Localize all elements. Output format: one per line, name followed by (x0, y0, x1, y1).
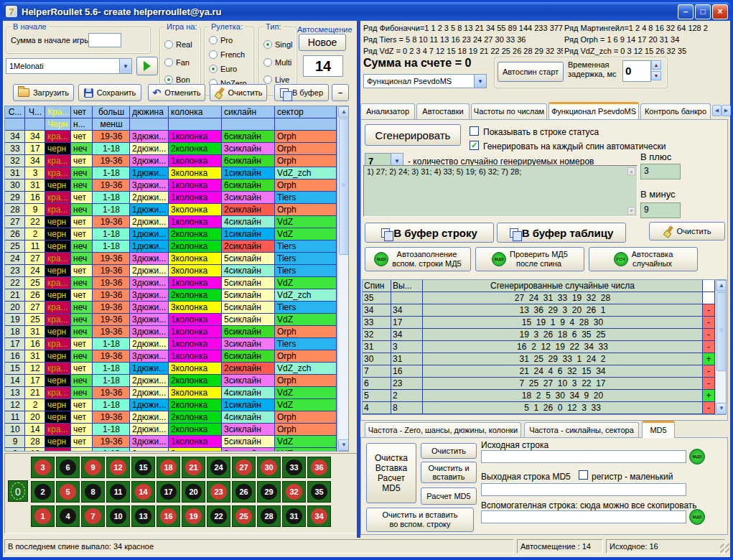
history-row[interactable]: 2511черннеч1-181дюжи...2колонка2сиклайнT… (5, 241, 348, 253)
history-row[interactable]: 818кра...чет1-182дюжи...3колонка3сиклайн… (5, 448, 348, 452)
board-cell-13[interactable]: 13 (131, 505, 155, 527)
maximize-button[interactable]: □ (695, 4, 711, 19)
toolbar-minus-button[interactable]: – (332, 84, 349, 101)
auto-generate-checkbox[interactable]: ✓ (470, 141, 479, 150)
chevron-down-icon[interactable]: ▼ (119, 59, 131, 73)
autospin-start-button[interactable]: Автоспин старт (498, 62, 564, 82)
spin-row[interactable]: 31316 2 12 19 22 34 33- (363, 341, 726, 353)
radio-icon[interactable] (164, 75, 173, 84)
history-row[interactable]: 289кра...неч1-181дюжи...3колонка2сиклайн… (5, 204, 348, 216)
board-cell-16[interactable]: 16 (157, 505, 180, 527)
toolbar-undo-button[interactable]: ↶Отменить (148, 84, 205, 101)
generated-preview[interactable]: 1) 27; 2) 24; 3) 31; 4) 33; 5) 19; 6) 32… (363, 165, 638, 217)
board-cell-21[interactable]: 21 (182, 457, 205, 478)
history-row[interactable]: 2126чернчет19-363дюжи...2колонка5сиклайн… (5, 289, 348, 302)
radio-option-Real[interactable]: Real (164, 40, 192, 49)
history-row[interactable]: 3234кра...чет19-363дюжи...1колонка6сикла… (5, 155, 348, 167)
functional-combo[interactable]: Функционал PsevdoMS ▼ (363, 74, 487, 88)
board-cell-26[interactable]: 26 (232, 481, 256, 503)
spin-row[interactable]: 5218 2 5 30 34 9 20+ (363, 390, 726, 402)
history-scrollbar[interactable]: ▲ ▼ (337, 106, 349, 451)
board-cell-7[interactable]: 7 (81, 505, 105, 527)
chevron-down-icon[interactable]: ▼ (474, 75, 486, 88)
clear-generated-button[interactable]: Очистить (649, 222, 725, 241)
board-cell-12[interactable]: 12 (106, 457, 130, 478)
register-checkbox[interactable] (579, 470, 588, 480)
history-row[interactable]: 928чернчет19-363дюжи...1колонка5сиклайнV… (5, 436, 348, 448)
board-cell-24[interactable]: 24 (207, 457, 230, 478)
board-cell-33[interactable]: 33 (282, 457, 306, 478)
history-row[interactable]: 1631черннеч19-363дюжи...1колонка6сиклайн… (5, 350, 348, 363)
history-row[interactable]: 1716кра...чет1-182дюжи...1колонка3сиклай… (5, 338, 348, 350)
copy-row-button[interactable]: В буфер строку (365, 223, 494, 243)
spin-up-icon[interactable]: ▲ (651, 60, 661, 70)
tab-Частота - сиклайны, сектора[interactable]: Частота - сиклайны, сектора (524, 422, 639, 438)
history-row[interactable]: 3317черннеч1-182дюжи...2колонка3сиклайнO… (5, 143, 348, 155)
generate-button[interactable]: Сгенерировать (365, 124, 461, 146)
md5-output-input[interactable] (481, 483, 686, 496)
board-cell-32[interactable]: 32 (282, 481, 306, 503)
play-button[interactable] (136, 57, 158, 75)
toolbar-floppy-button[interactable]: Сохранить (78, 84, 141, 101)
radio-option-Bon[interactable]: Bon (164, 75, 190, 84)
board-cell-20[interactable]: 20 (182, 481, 205, 503)
spin-row[interactable]: 323419 3 26 18 6 35 25- (363, 329, 726, 341)
close-button[interactable]: × (712, 4, 728, 19)
history-row[interactable]: 3434кра...чет19-363дюжи...1колонка6сикла… (5, 131, 348, 143)
md5-clear-paste-aux-button[interactable]: Очистить и вставить во вспом. строку (366, 508, 474, 532)
spin-row[interactable]: 343413 36 29 3 20 26 1- (363, 304, 726, 317)
profile-combo[interactable]: 1Melonati ▼ (6, 58, 132, 74)
history-row[interactable]: 2427кра...неч19-363дюжи...3колонка5сикла… (5, 253, 348, 265)
spin-scrollbar[interactable]: ▲ ▼ (715, 280, 727, 414)
radio-option-Pro[interactable]: Pro (209, 36, 233, 45)
md5-clear-paste-button[interactable]: Очистить и вставить (421, 462, 477, 483)
md5-big-button[interactable]: Очистка Вставка Расчет MD5 (366, 443, 416, 503)
title-bar[interactable]: 7 HelperRoullet 5.6- create helperroulle… (2, 2, 731, 21)
spin-row[interactable]: 3527 24 31 33 19 32 28 (363, 292, 726, 304)
radio-option-Multi[interactable]: Multi (263, 58, 291, 67)
md5-icon[interactable]: МД5 (689, 509, 705, 525)
tool-button-2[interactable]: МД5Проверить МД5после спина (475, 247, 584, 271)
new-offset-button[interactable]: Новое (299, 34, 346, 51)
board-cell-17[interactable]: 17 (157, 481, 180, 503)
toolbar-brush-button[interactable]: Очистить (210, 84, 267, 101)
spin-row[interactable]: 485 1 26 0 12 3 33- (363, 402, 726, 414)
scroll-down-icon[interactable]: ▼ (716, 403, 727, 414)
start-sum-input[interactable] (88, 33, 121, 47)
tab-Функционал PsevdoMS[interactable]: Функционал PsevdoMS (548, 102, 639, 119)
tab-scroll-right-icon[interactable]: ▶ (722, 105, 731, 116)
scroll-down-icon[interactable]: ▼ (338, 439, 349, 451)
board-cell-18[interactable]: 18 (157, 457, 180, 478)
md5-source-input[interactable] (481, 450, 686, 463)
board-cell-29[interactable]: 29 (257, 481, 281, 503)
history-row[interactable]: 2027кра...неч19-363дюжи...3колонка5сикла… (5, 302, 348, 314)
toolbar-copy-button[interactable]: В буфер (274, 84, 329, 101)
tab-Контроль банкро[interactable]: Контроль банкро (640, 103, 711, 119)
radio-icon[interactable] (164, 58, 173, 67)
board-cell-35[interactable]: 35 (307, 481, 331, 503)
scroll-up-icon[interactable]: ▲ (627, 167, 635, 175)
history-row[interactable]: 1417черннеч1-182дюжи...2колонка3сиклайнO… (5, 375, 348, 387)
board-cell-25[interactable]: 25 (232, 505, 256, 527)
history-row[interactable]: 313кра...неч1-181дюжи...3колонка1сиклайн… (5, 167, 348, 179)
history-row[interactable]: 1831черннеч19-363дюжи...1колонка6сиклайн… (5, 326, 348, 338)
copy-table-button[interactable]: В буфер таблицу (497, 223, 626, 243)
board-cell-34[interactable]: 34 (307, 505, 331, 527)
md5-aux-input[interactable] (481, 510, 686, 523)
board-cell-23[interactable]: 23 (207, 481, 230, 503)
radio-option-Fan[interactable]: Fan (164, 58, 190, 67)
history-row[interactable]: 1512кра...чет1-181дюжи...3колонка2сиклай… (5, 363, 348, 375)
history-row[interactable]: 262чернчет1-181дюжи...2колонка1сиклайнVd… (5, 228, 348, 241)
board-cell-6[interactable]: 6 (56, 457, 80, 478)
scroll-down-icon[interactable]: ▼ (627, 207, 635, 215)
board-cell-1[interactable]: 1 (31, 505, 55, 527)
radio-icon[interactable] (263, 58, 272, 67)
radio-option-Singl[interactable]: Singl (263, 40, 292, 49)
history-row[interactable]: 2225кра...неч19-363дюжи...1колонка5сикла… (5, 277, 348, 289)
board-cell-2[interactable]: 2 (31, 481, 55, 503)
tab-scroll-left-icon[interactable]: ◀ (712, 105, 722, 116)
radio-icon[interactable] (263, 40, 272, 49)
radio-icon[interactable] (209, 36, 218, 45)
board-cell-8[interactable]: 8 (81, 481, 105, 503)
spin-down-icon[interactable]: ▼ (651, 71, 661, 80)
